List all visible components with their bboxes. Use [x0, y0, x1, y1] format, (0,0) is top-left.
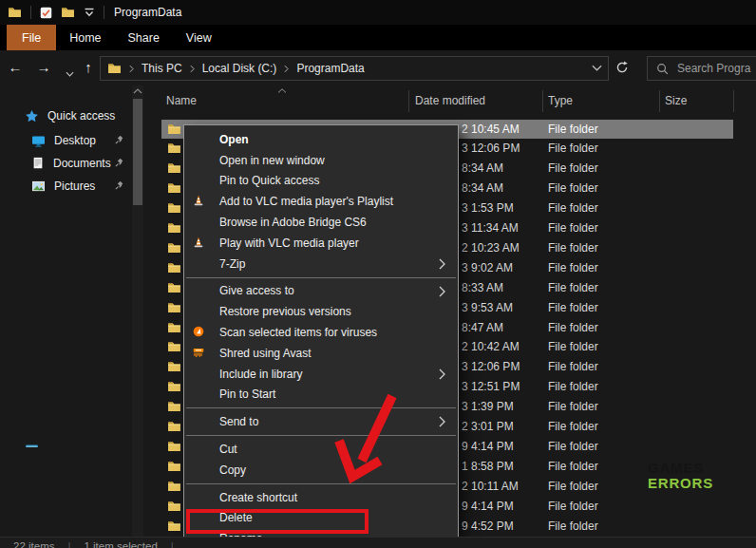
folder-icon — [167, 182, 181, 194]
file-date-modified: 8:34 AM — [462, 181, 503, 195]
file-date-modified: 2 10:23 AM — [462, 241, 520, 255]
status-selection-count: 1 item selected — [84, 540, 157, 548]
shredder-icon — [193, 347, 206, 360]
file-type: File folder — [548, 301, 598, 314]
file-type: File folder — [548, 321, 598, 334]
folder-icon — [167, 242, 181, 254]
up-button[interactable]: ↑ — [78, 55, 99, 80]
file-type: File folder — [548, 201, 598, 215]
menu-item-play-with-vlc-media-player[interactable]: Play with VLC media player — [184, 233, 458, 254]
menu-item-open[interactable]: Open — [184, 129, 458, 150]
checkbox-icon[interactable] — [40, 7, 52, 19]
folder-icon — [167, 222, 181, 234]
menu-item-include-in-library[interactable]: Include in library — [184, 364, 458, 385]
pin-icon — [114, 135, 124, 145]
folder-icon[interactable] — [61, 7, 75, 18]
context-menu-item-label: Cut — [219, 443, 237, 456]
sidebar-item-label: Documents — [53, 157, 111, 170]
toolbar-customize-icon[interactable] — [84, 8, 95, 17]
title-bar: ProgramData — [0, 0, 756, 25]
folder-icon — [167, 262, 181, 274]
file-date-modified: 8:47 AM — [462, 321, 503, 334]
sidebar-scrollbar[interactable] — [132, 85, 143, 537]
folder-icon — [167, 302, 181, 313]
sidebar-item-documents[interactable]: Documents — [0, 152, 132, 175]
file-type: File folder — [548, 221, 598, 235]
file-date-modified: 1 8:58 PM — [462, 460, 514, 473]
recent-locations-chevron-icon[interactable] — [59, 60, 80, 85]
folder-icon — [167, 401, 181, 412]
scroll-up-icon[interactable] — [133, 88, 142, 94]
sort-ascending-icon — [277, 88, 287, 93]
sidebar-partial-item-icon[interactable] — [25, 438, 39, 447]
breadcrumb-item[interactable]: ProgramData — [294, 62, 366, 75]
folder-icon — [167, 361, 181, 372]
file-date-modified: 2 3:01 PM — [462, 420, 514, 433]
menu-item-pin-to-quick-access[interactable]: Pin to Quick access — [184, 171, 458, 192]
folder-icon — [167, 501, 181, 512]
menu-item-restore-previous-versions[interactable]: Restore previous versions — [184, 301, 458, 322]
address-bar[interactable]: This PCLocal Disk (C:)ProgramData — [100, 56, 609, 81]
file-type: File folder — [548, 261, 598, 274]
menu-item-add-to-vlc-media-player-s-playlist[interactable]: Add to VLC media player's Playlist — [184, 191, 458, 212]
address-dropdown-chevron-icon[interactable] — [592, 65, 602, 71]
menu-item-shred-using-avast[interactable]: Shred using Avast — [184, 343, 458, 364]
breadcrumb-item[interactable]: Local Disk (C:) — [200, 62, 279, 75]
file-date-modified: 3 11:34 AM — [462, 221, 519, 235]
menu-item-create-shortcut[interactable]: Create shortcut — [184, 487, 458, 508]
ribbon-tab-view[interactable]: View — [173, 25, 225, 50]
breadcrumb-separator-icon — [278, 65, 294, 73]
menu-item-open-in-new-window[interactable]: Open in new window — [184, 150, 458, 171]
column-header-name[interactable]: Name — [166, 94, 197, 107]
ribbon-tab-share[interactable]: Share — [115, 25, 173, 50]
quick-access-toolbar — [0, 6, 104, 19]
menu-separator — [186, 277, 456, 278]
sidebar-item-label: Quick access — [47, 109, 115, 123]
menu-item-cut[interactable]: Cut — [184, 439, 458, 460]
menu-item-scan-selected-items-for-viruses[interactable]: Scan selected items for viruses — [184, 322, 458, 343]
refresh-icon[interactable] — [615, 61, 629, 74]
file-type: File folder — [548, 460, 598, 473]
context-menu-item-label: Pin to Start — [219, 387, 275, 401]
context-menu-item-label: Open — [219, 133, 249, 146]
menu-item-pin-to-start[interactable]: Pin to Start — [184, 385, 458, 406]
folder-icon — [167, 520, 181, 532]
folder-icon — [167, 202, 181, 214]
column-header-size[interactable]: Size — [665, 94, 687, 107]
ribbon-tab-home[interactable]: Home — [56, 25, 114, 50]
column-header-type[interactable]: Type — [548, 94, 573, 107]
ribbon-tab-file[interactable]: File — [7, 25, 56, 50]
menu-item-send-to[interactable]: Send to — [184, 411, 458, 432]
context-menu-item-label: 7-Zip — [219, 257, 245, 271]
breadcrumb-item[interactable]: This PC — [140, 62, 184, 75]
back-button[interactable]: ← — [5, 55, 26, 80]
menu-item-browse-in-adobe-bridge-cs6[interactable]: Browse in Adobe Bridge CS6 — [184, 212, 458, 233]
file-type: File folder — [548, 360, 598, 373]
search-input[interactable]: Search Progra — [647, 56, 756, 81]
vlc-cone-icon — [193, 236, 206, 250]
avast-icon — [193, 326, 206, 339]
file-date-modified: 3 1:53 PM — [462, 201, 514, 215]
forward-button[interactable]: → — [33, 55, 54, 80]
scrollbar-thumb[interactable] — [133, 99, 142, 205]
file-type: File folder — [548, 400, 598, 413]
sidebar-item-desktop[interactable]: Desktop — [0, 129, 132, 152]
folder-icon — [167, 162, 181, 174]
menu-item-give-access-to[interactable]: Give access to — [184, 281, 458, 302]
menu-item-copy[interactable]: Copy — [184, 460, 458, 481]
folder-icon — [167, 282, 181, 293]
status-bar: 22 items | 1 item selected | — [0, 537, 756, 548]
file-type: File folder — [548, 142, 598, 155]
sidebar-item-quick-access[interactable]: Quick access — [0, 104, 132, 127]
documents-icon — [31, 157, 45, 170]
ribbon-tab-label: File — [22, 31, 41, 45]
folder-icon — [167, 421, 181, 432]
folder-icon[interactable] — [8, 7, 22, 18]
file-date-modified: 9 4:52 PM — [462, 520, 514, 533]
file-type: File folder — [548, 241, 598, 255]
context-menu: Open Open in new window Pin to Quick acc… — [183, 124, 459, 548]
file-date-modified: 3 9:02 AM — [462, 261, 513, 274]
sidebar-item-pictures[interactable]: Pictures — [0, 175, 132, 198]
menu-item-7-zip[interactable]: 7-Zip — [184, 254, 458, 274]
column-header-date-modified[interactable]: Date modified — [415, 94, 485, 107]
